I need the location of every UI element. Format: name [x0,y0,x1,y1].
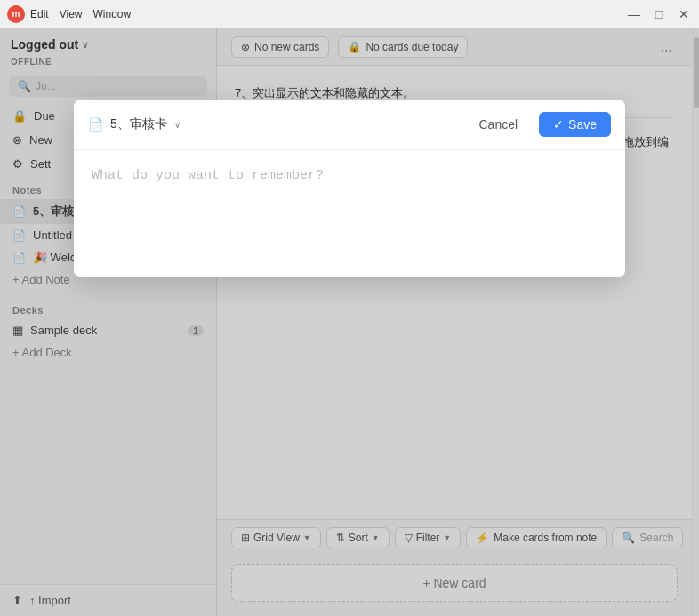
modal-title-area[interactable]: 📄 5、审核卡 ∨ [88,116,181,132]
modal-deck-icon: 📄 [88,117,103,132]
app-logo: m [7,5,25,23]
menu-edit[interactable]: Edit [30,8,49,20]
close-button[interactable]: ✕ [676,7,692,21]
menu-view[interactable]: View [60,8,83,20]
title-bar-menu: Edit View Window [30,8,131,20]
main-layout: Logged out ∨ OFFLINE 🔍 Ju... 🔒 Due ⊗ New… [0,28,699,616]
modal-placeholder-text: What do you want to remember? [92,168,607,183]
modal-chevron: ∨ [174,120,181,130]
modal-header: 📄 5、审核卡 ∨ Cancel ✓ Save [74,100,625,150]
modal-deck-name: 5、审核卡 [110,116,167,132]
save-label: Save [568,117,597,132]
title-bar: m Edit View Window — □ ✕ [0,0,699,28]
title-bar-left: m Edit View Window [7,5,131,23]
new-card-modal: 📄 5、审核卡 ∨ Cancel ✓ Save What do you want… [74,100,625,277]
menu-window[interactable]: Window [92,8,131,20]
title-bar-controls: — □ ✕ [626,7,692,21]
modal-body[interactable]: What do you want to remember? [74,150,625,266]
modal-cancel-button[interactable]: Cancel [466,112,530,137]
modal-overlay: 📄 5、审核卡 ∨ Cancel ✓ Save What do you want… [0,28,699,616]
save-check-icon: ✓ [553,117,564,132]
minimize-button[interactable]: — [626,7,642,21]
maximize-button[interactable]: □ [651,7,667,21]
modal-actions: Cancel ✓ Save [466,112,611,137]
modal-save-button[interactable]: ✓ Save [539,112,611,137]
